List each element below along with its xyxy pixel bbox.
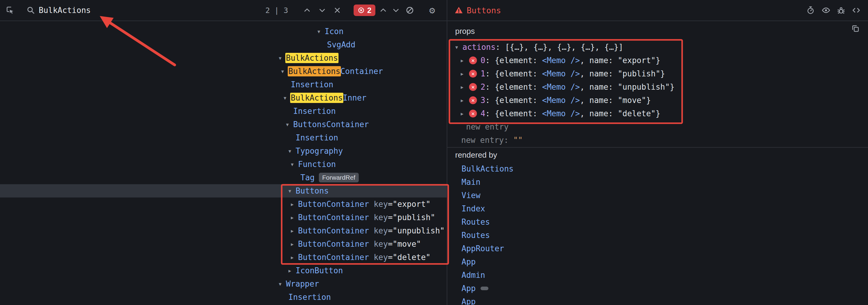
tree-row[interactable]: ▸IconButton [0, 264, 447, 277]
chevron-down-icon[interactable]: ▾ [285, 121, 293, 128]
rendered-by-item[interactable]: AppRouter [447, 242, 868, 255]
remove-entry-icon[interactable]: × [469, 110, 477, 117]
tree-row[interactable]: ▸ButtonContainer key="unpublish" [0, 224, 447, 237]
remove-entry-icon[interactable]: × [469, 70, 477, 78]
chevron-up-icon[interactable] [378, 5, 389, 16]
tree-row[interactable]: ▾BulkActions [0, 51, 447, 65]
rendered-by-item[interactable]: App [447, 255, 868, 268]
tree-row[interactable]: ▸ButtonContainer key="export" [0, 198, 447, 211]
tree-row[interactable]: ▾Icon [0, 25, 447, 38]
chevron-right-icon[interactable]: ▸ [290, 214, 298, 221]
chevron-down-icon[interactable] [317, 5, 328, 16]
chevron-right-icon[interactable]: ▸ [460, 83, 468, 91]
eye-icon[interactable] [820, 5, 831, 16]
rendered-by-item[interactable]: Routes [447, 215, 868, 229]
tree-row[interactable]: Insertion [0, 291, 447, 304]
tree-row[interactable]: Insertion [0, 104, 447, 118]
component-name: IconButton [296, 266, 343, 275]
attr-value: ="unpublish" [388, 226, 444, 235]
tree-row[interactable]: Insertion [0, 131, 447, 144]
code-brackets-icon[interactable] [851, 5, 862, 16]
tree-row[interactable]: ▾Typography [0, 144, 447, 158]
close-icon[interactable] [332, 5, 343, 16]
tree-row[interactable]: SvgAdd [0, 38, 447, 51]
inspect-element-icon[interactable] [5, 5, 16, 16]
props-section: props ▾actions: [{…}, {…}, {…}, {…}, {…}… [447, 22, 868, 147]
tree-row[interactable]: ▸ButtonContainer key="publish" [0, 211, 447, 224]
chevron-down-icon[interactable]: ▾ [290, 161, 298, 168]
component-name: AppRouter [462, 244, 504, 253]
tree-row[interactable]: ▸ButtonContainer key="delete" [0, 251, 447, 264]
tree-row[interactable]: ▾Wrapper [0, 277, 447, 291]
attr-value: ="move" [388, 239, 421, 248]
chevron-up-icon[interactable] [302, 5, 312, 16]
bug-icon[interactable] [836, 5, 846, 16]
prop-row-actions[interactable]: ▾actions: [{…}, {…}, {…}, {…}, {…}] [447, 40, 868, 54]
chevron-down-icon[interactable]: ▾ [455, 44, 462, 51]
chevron-down-icon[interactable]: ▾ [288, 188, 296, 195]
copy-icon[interactable] [850, 23, 861, 34]
prop-row-array-item[interactable]: ▸×1: {element: <Memo />, name: "publish"… [447, 67, 868, 80]
chevron-right-icon[interactable]: ▸ [460, 97, 468, 104]
component-name: Inner [343, 93, 366, 102]
stopwatch-icon[interactable] [805, 5, 816, 16]
remove-entry-icon[interactable]: × [469, 57, 477, 64]
prop-row-array-item[interactable]: ▸×2: {element: <Memo />, name: "unpublis… [447, 80, 868, 94]
new-entry-row[interactable]: new entry: "" [447, 133, 868, 147]
search-input[interactable] [39, 0, 226, 21]
chevron-right-icon[interactable]: ▸ [460, 110, 468, 117]
rendered-by-list: BulkActionsMainViewIndexRoutesRoutesAppR… [447, 162, 868, 305]
rendered-by-item[interactable]: Routes [447, 229, 868, 242]
chevron-right-icon[interactable]: ▸ [288, 267, 296, 274]
component-name: ButtonContainer [298, 226, 374, 235]
remove-entry-icon[interactable]: × [469, 83, 477, 91]
tree-row[interactable]: Insertion [0, 78, 447, 91]
remove-entry-icon[interactable]: × [469, 96, 477, 104]
prop-value: : {element: [485, 109, 542, 118]
rendered-by-item[interactable]: View [447, 189, 868, 202]
chevron-down-icon[interactable] [391, 5, 401, 16]
chevron-right-icon[interactable]: ▸ [290, 241, 298, 248]
rendered-by-item[interactable]: Index [447, 202, 868, 215]
circle-slash-icon[interactable] [404, 5, 415, 16]
rendered-by-item[interactable]: BulkActions [447, 162, 868, 175]
component-name: ButtonContainer [298, 253, 374, 262]
prop-value: , name: "unpublish"} [580, 82, 675, 92]
prop-row-array-item[interactable]: ▸×3: {element: <Memo />, name: "move"} [447, 94, 868, 107]
tree-row[interactable]: ▾Function [0, 158, 447, 171]
chevron-right-icon[interactable]: ▸ [290, 227, 298, 234]
chevron-right-icon[interactable]: ▸ [290, 254, 298, 261]
chevron-down-icon[interactable]: ▾ [288, 148, 296, 155]
chevron-down-icon[interactable]: ▾ [317, 28, 324, 35]
prop-value: , name: "export"} [580, 56, 660, 65]
devtools-toolbar: 2 | 3 2 ⚙ [0, 0, 868, 21]
rendered-by-item[interactable]: Main [447, 175, 868, 189]
attr-value: ="delete" [388, 253, 430, 262]
prop-row-array-item[interactable]: ▸×0: {element: <Memo />, name: "export"} [447, 54, 868, 67]
tree-row[interactable]: ▾BulkActionsInner [0, 91, 447, 104]
rendered-by-item[interactable]: App [447, 282, 868, 295]
error-count-badge[interactable]: 2 [353, 4, 375, 16]
chevron-right-icon[interactable]: ▸ [460, 70, 468, 77]
tree-row[interactable]: TagForwardRef [0, 171, 447, 184]
tree-row[interactable]: ▸ButtonContainer key="move" [0, 237, 447, 251]
chevron-down-icon[interactable]: ▾ [278, 280, 286, 287]
tree-row[interactable]: ▾Buttons [0, 184, 447, 198]
array-new-entry-row[interactable]: new entry [447, 120, 868, 133]
memo-element: <Memo /> [542, 56, 580, 65]
gear-icon[interactable]: ⚙ [427, 5, 438, 16]
rendered-by-item[interactable]: Admin [447, 268, 868, 282]
panel-divider[interactable] [447, 0, 447, 305]
chevron-down-icon[interactable]: ▾ [278, 55, 286, 62]
tree-row[interactable]: ▾ButtonsContainer [0, 118, 447, 131]
chevron-down-icon[interactable]: ▾ [283, 95, 291, 101]
tree-row[interactable]: ▾BulkActionsContainer [0, 65, 447, 78]
rendered-by-header: rendered by [455, 150, 497, 160]
chevron-right-icon[interactable]: ▸ [460, 57, 468, 64]
rendered-by-item[interactable]: App [447, 295, 868, 305]
chevron-down-icon[interactable]: ▾ [280, 68, 288, 75]
prop-row-array-item[interactable]: ▸×4: {element: <Memo />, name: "delete"} [447, 107, 868, 120]
component-name: ButtonContainer [298, 200, 374, 209]
circle-x-icon [358, 7, 365, 14]
chevron-right-icon[interactable]: ▸ [290, 201, 298, 208]
